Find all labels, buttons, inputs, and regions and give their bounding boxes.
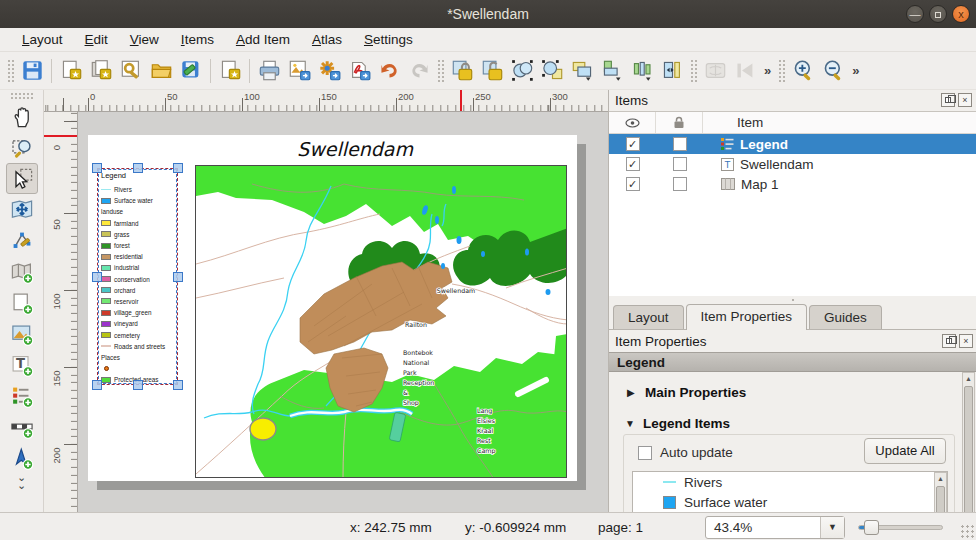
export-pdf-button[interactable] (344, 56, 374, 86)
selection-handle[interactable] (92, 380, 102, 390)
legend-items-section[interactable]: ▼ Legend Items (625, 416, 730, 431)
toolbar-grip[interactable] (690, 59, 697, 83)
visibility-checkbox[interactable]: ✓ (626, 177, 640, 191)
toolbar-overflow-button[interactable]: » (760, 63, 775, 78)
undo-button[interactable] (374, 56, 404, 86)
menu-item[interactable]: Settings (354, 29, 423, 50)
maximize-button[interactable] (929, 5, 947, 23)
raise-items-button[interactable] (567, 56, 597, 86)
print-button[interactable] (254, 56, 284, 86)
horizontal-ruler[interactable]: 0 50 100 150 200 250 300 (44, 90, 608, 112)
toolbar-overflow-chevron[interactable]: ⌄⌄ (17, 473, 26, 489)
redo-button[interactable] (404, 56, 434, 86)
add-label-button[interactable]: T (6, 349, 38, 380)
zoom-slider-handle[interactable] (864, 520, 879, 535)
save-project-button[interactable] (17, 56, 47, 86)
layout-canvas[interactable]: Swellendam (78, 112, 608, 512)
add-north-arrow-button[interactable] (6, 442, 38, 473)
combobox-dropdown-arrow[interactable]: ▼ (820, 517, 844, 538)
export-svg-button[interactable] (314, 56, 344, 86)
zoom-tool-button[interactable] (6, 132, 38, 163)
layout-page[interactable]: Swellendam (88, 135, 577, 481)
pan-tool-button[interactable] (6, 101, 38, 132)
selection-handle[interactable] (133, 163, 143, 173)
lock-checkbox[interactable] (673, 177, 687, 191)
duplicate-layout-button[interactable] (86, 56, 116, 86)
main-properties-section[interactable]: ▶ Main Properties (627, 385, 746, 400)
minimize-button[interactable]: — (906, 5, 924, 23)
float-panel-button[interactable] (941, 93, 955, 107)
items-row-map1[interactable]: ✓ Map 1 (609, 174, 976, 194)
map-title-label-item[interactable]: Swellendam (255, 138, 455, 160)
zoom-out-button[interactable] (818, 56, 848, 86)
selection-handle[interactable] (133, 380, 143, 390)
selection-handle[interactable] (92, 272, 102, 282)
selection-handle[interactable] (92, 163, 102, 173)
panel-splitter[interactable] (609, 296, 976, 304)
selection-handle[interactable] (173, 163, 183, 173)
menu-item[interactable]: Atlas (302, 29, 352, 50)
expanded-expander-icon[interactable]: ▼ (625, 418, 635, 429)
align-items-button[interactable] (597, 56, 627, 86)
lock-checkbox[interactable] (673, 137, 687, 151)
menu-item[interactable]: Edit (75, 29, 118, 50)
menu-item[interactable]: Items (171, 29, 224, 50)
close-panel-button[interactable]: × (959, 334, 973, 348)
ungroup-items-button[interactable] (537, 56, 567, 86)
toolbar-grip[interactable] (778, 59, 785, 83)
zoom-slider[interactable] (858, 525, 943, 530)
ellipse-item[interactable] (250, 418, 276, 440)
items-row-swellendam[interactable]: ✓ T Swellendam (609, 154, 976, 174)
vertical-ruler[interactable]: 0 50 100 150 200 (44, 112, 78, 512)
toolbar-grip[interactable] (7, 59, 14, 83)
lock-items-button[interactable] (447, 56, 477, 86)
layout-manager-button[interactable] (116, 56, 146, 86)
unlock-all-button[interactable] (477, 56, 507, 86)
menu-item[interactable]: View (120, 29, 169, 50)
atlas-first-feature-button[interactable] (730, 56, 760, 86)
add-legend-button[interactable] (6, 380, 38, 411)
preview-atlas-button[interactable] (700, 56, 730, 86)
tab-item-properties[interactable]: Item Properties (686, 304, 808, 330)
lock-checkbox[interactable] (673, 157, 687, 171)
open-template-button[interactable] (146, 56, 176, 86)
menu-item[interactable]: Add Item (226, 29, 300, 50)
update-all-button[interactable]: Update All (864, 438, 946, 464)
resize-items-button[interactable] (657, 56, 687, 86)
edit-nodes-tool-button[interactable] (6, 225, 38, 256)
auto-update-checkbox[interactable] (638, 446, 652, 460)
visibility-checkbox[interactable]: ✓ (626, 157, 640, 171)
zoom-level-combobox[interactable]: 43.4% ▼ (705, 516, 845, 539)
selection-handle[interactable] (173, 380, 183, 390)
export-image-button[interactable] (284, 56, 314, 86)
tab-guides[interactable]: Guides (809, 305, 882, 329)
tree-row-rivers[interactable]: Rivers (633, 472, 947, 492)
tree-row-surface-water[interactable]: Surface water (633, 492, 947, 512)
select-move-item-tool-button[interactable] (6, 163, 38, 194)
add-picture-button[interactable] (6, 318, 38, 349)
tab-layout[interactable]: Layout (613, 305, 684, 329)
add-scalebar-button[interactable] (6, 411, 38, 442)
float-panel-button[interactable] (942, 334, 956, 348)
visibility-checkbox[interactable]: ✓ (626, 137, 640, 151)
toolbar-grip[interactable] (10, 92, 34, 99)
move-content-tool-button[interactable] (6, 194, 38, 225)
group-items-button[interactable] (507, 56, 537, 86)
toolbar-grip[interactable] (437, 59, 444, 83)
toolbar-overflow-button[interactable]: » (848, 63, 863, 78)
add-3d-map-button[interactable] (6, 287, 38, 318)
items-row-legend[interactable]: ✓ Legend (609, 134, 976, 154)
collapsed-expander-icon[interactable]: ▶ (627, 387, 637, 398)
map-item[interactable]: Swellendam Railton Bontebok National Par… (195, 165, 567, 478)
close-button[interactable]: x (952, 5, 970, 23)
add-map-button[interactable] (6, 256, 38, 287)
close-panel-button[interactable]: × (958, 93, 972, 107)
window-resize-grip[interactable] (960, 524, 974, 538)
zoom-in-button[interactable] (788, 56, 818, 86)
selection-handle[interactable] (173, 272, 183, 282)
add-pages-button[interactable] (215, 56, 245, 86)
new-layout-button[interactable] (56, 56, 86, 86)
save-as-template-button[interactable] (176, 56, 206, 86)
menu-item[interactable]: Layout (12, 29, 73, 50)
distribute-items-button[interactable] (627, 56, 657, 86)
